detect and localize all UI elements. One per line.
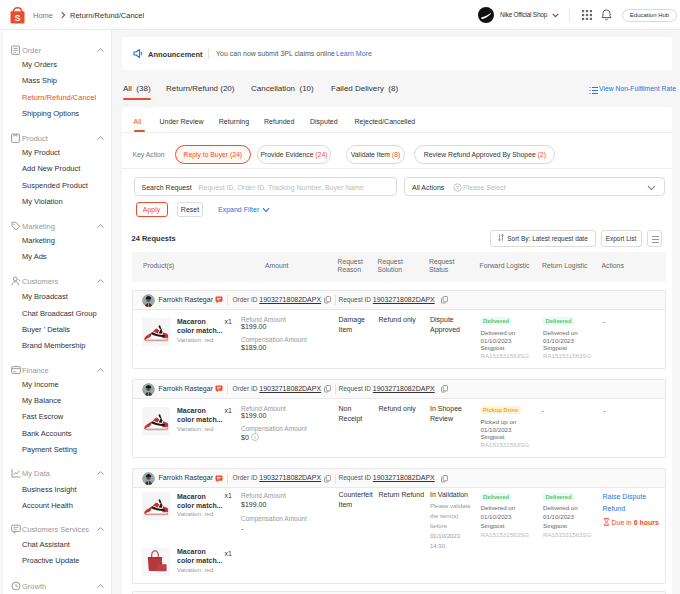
svg-text:?: ? xyxy=(456,185,459,191)
svg-text:S: S xyxy=(14,13,20,23)
